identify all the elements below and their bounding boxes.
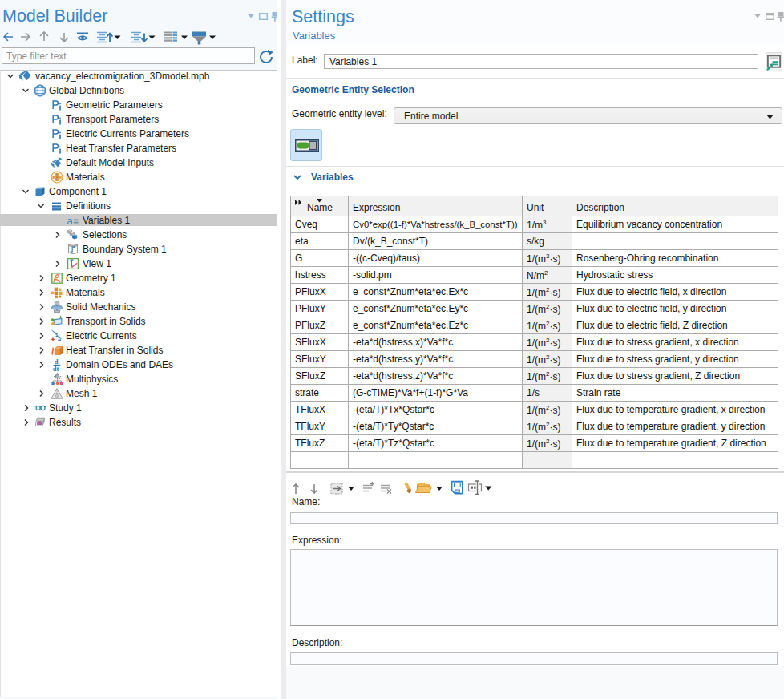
svg-text:dt: dt: [53, 365, 59, 371]
svg-text:a: a: [67, 215, 73, 227]
